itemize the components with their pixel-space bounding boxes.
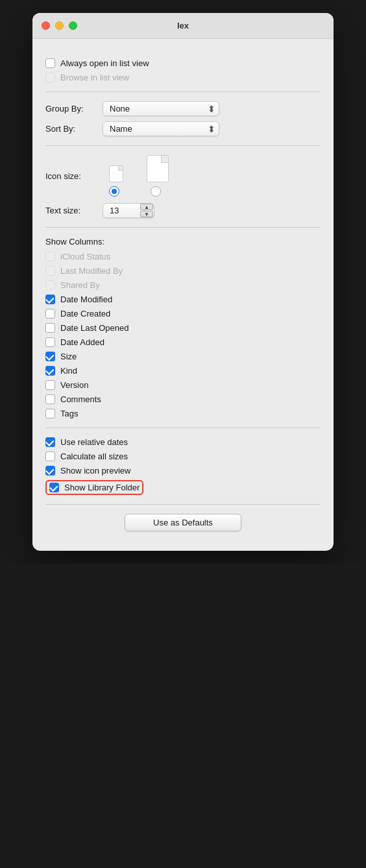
use-as-defaults-button[interactable]: Use as Defaults <box>125 514 241 531</box>
text-size-stepper-buttons: ▲ ▼ <box>140 204 153 217</box>
always-open-row: Always open in list view <box>45 58 321 68</box>
column-date-last-opened-row: Date Last Opened <box>45 323 321 333</box>
window: lex Always open in list view Browse in l… <box>32 13 334 551</box>
column-comments-label: Comments <box>60 394 101 404</box>
text-size-row: Text size: ▲ ▼ <box>45 203 321 218</box>
group-by-label: Group By: <box>45 104 97 114</box>
column-size-checkbox[interactable] <box>45 352 55 361</box>
column-tags-row: Tags <box>45 409 321 418</box>
bottom-options-section: Use relative dates Calculate all sizes S… <box>45 428 321 505</box>
group-by-select-wrapper: None ⬍ <box>103 101 219 116</box>
show-columns-label: Show Columns: <box>45 237 321 247</box>
column-date-last-opened-label: Date Last Opened <box>60 323 129 333</box>
column-version-label: Version <box>60 380 88 390</box>
text-size-stepper-wrapper: ▲ ▼ <box>103 203 154 218</box>
icon-small <box>109 165 123 182</box>
column-date-created-checkbox[interactable] <box>45 309 55 319</box>
traffic-lights <box>42 21 77 30</box>
option-calculate-all-sizes-checkbox[interactable] <box>45 452 55 461</box>
maximize-button[interactable] <box>69 21 77 30</box>
column-icloud-status-checkbox[interactable] <box>45 252 55 261</box>
column-version-checkbox[interactable] <box>45 380 55 390</box>
text-size-decrement-button[interactable]: ▼ <box>140 211 153 217</box>
text-size-label: Text size: <box>45 206 97 215</box>
sort-by-select[interactable]: Name <box>103 121 219 136</box>
browse-list-checkbox[interactable] <box>45 73 55 82</box>
option-calculate-all-sizes-row: Calculate all sizes <box>45 452 321 461</box>
column-date-modified-label: Date Modified <box>60 295 112 304</box>
option-use-relative-dates-checkbox[interactable] <box>45 437 55 447</box>
group-sort-section: Group By: None ⬍ Sort By: Name ⬍ <box>45 92 321 146</box>
column-version-row: Version <box>45 380 321 390</box>
icon-size-row: Icon size: <box>45 155 321 197</box>
column-date-last-opened-checkbox[interactable] <box>45 323 55 333</box>
sort-by-select-wrapper: Name ⬍ <box>103 121 219 136</box>
defaults-section: Use as Defaults <box>45 505 321 540</box>
close-button[interactable] <box>42 21 50 30</box>
icon-size-radios <box>109 186 169 197</box>
top-section: Always open in list view Browse in list … <box>45 49 321 92</box>
column-icloud-status-label: iCloud Status <box>60 252 110 261</box>
option-show-library-folder-label: Show Library Folder <box>64 483 140 492</box>
column-shared-by-row: Shared By <box>45 280 321 290</box>
column-last-modified-by-row: Last Modified By <box>45 266 321 276</box>
column-date-modified-checkbox[interactable] <box>45 295 55 304</box>
column-comments-checkbox[interactable] <box>45 394 55 404</box>
icon-size-radio-small[interactable] <box>109 186 119 197</box>
column-date-created-row: Date Created <box>45 309 321 319</box>
icon-size-radio-large[interactable] <box>151 186 161 197</box>
column-date-added-row: Date Added <box>45 337 321 347</box>
window-title: lex <box>177 21 189 30</box>
group-by-select[interactable]: None <box>103 101 219 116</box>
main-content: Always open in list view Browse in list … <box>32 39 334 551</box>
column-size-label: Size <box>60 352 77 361</box>
column-tags-checkbox[interactable] <box>45 409 55 418</box>
group-by-row: Group By: None ⬍ <box>45 101 321 116</box>
columns-section: Show Columns: iCloud Status Last Modifie… <box>45 228 321 428</box>
minimize-button[interactable] <box>55 21 64 30</box>
column-last-modified-by-checkbox[interactable] <box>45 266 55 276</box>
sort-by-label: Sort By: <box>45 124 97 134</box>
option-show-icon-preview-label: Show icon preview <box>60 466 130 476</box>
option-use-relative-dates-label: Use relative dates <box>60 437 128 447</box>
column-date-added-checkbox[interactable] <box>45 337 55 347</box>
browse-list-row: Browse in list view <box>45 73 321 82</box>
column-last-modified-by-label: Last Modified By <box>60 266 123 276</box>
icon-size-controls <box>109 155 169 197</box>
icon-size-label: Icon size: <box>45 171 103 181</box>
titlebar: lex <box>32 13 334 39</box>
option-show-icon-preview-row: Show icon preview <box>45 466 321 476</box>
column-size-row: Size <box>45 352 321 361</box>
option-show-library-folder-checkbox[interactable] <box>49 483 59 492</box>
option-show-library-folder-highlighted: Show Library Folder <box>45 480 143 495</box>
always-open-label: Always open in list view <box>60 58 149 68</box>
option-use-relative-dates-row: Use relative dates <box>45 437 321 447</box>
option-calculate-all-sizes-label: Calculate all sizes <box>60 452 128 461</box>
always-open-checkbox[interactable] <box>45 58 55 68</box>
option-show-icon-preview-checkbox[interactable] <box>45 466 55 476</box>
column-icloud-status-row: iCloud Status <box>45 252 321 261</box>
browse-list-label: Browse in list view <box>60 73 129 82</box>
column-tags-label: Tags <box>60 409 78 418</box>
column-kind-row: Kind <box>45 366 321 376</box>
icon-size-icons <box>109 155 169 182</box>
text-size-increment-button[interactable]: ▲ <box>140 204 153 210</box>
column-kind-label: Kind <box>60 366 77 376</box>
column-date-created-label: Date Created <box>60 309 110 319</box>
icon-large <box>147 155 169 182</box>
column-date-modified-row: Date Modified <box>45 295 321 304</box>
column-shared-by-checkbox[interactable] <box>45 280 55 290</box>
column-date-added-label: Date Added <box>60 337 104 347</box>
sort-by-row: Sort By: Name ⬍ <box>45 121 321 136</box>
column-kind-checkbox[interactable] <box>45 366 55 376</box>
option-show-library-folder-row: Show Library Folder <box>45 480 321 495</box>
column-shared-by-label: Shared By <box>60 280 100 290</box>
icon-size-section: Icon size: Text size: <box>45 146 321 228</box>
column-comments-row: Comments <box>45 394 321 404</box>
